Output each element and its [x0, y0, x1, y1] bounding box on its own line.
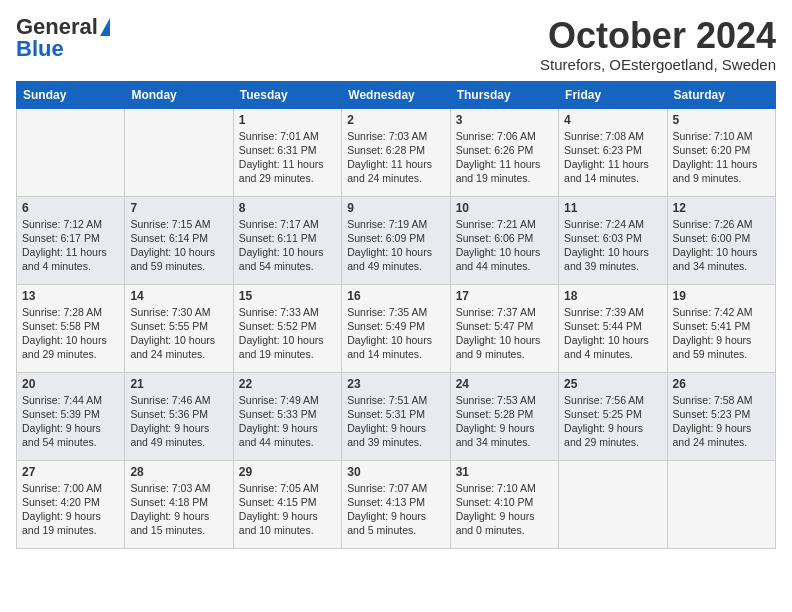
calendar-cell: 26Sunrise: 7:58 AMSunset: 5:23 PMDayligh… — [667, 372, 775, 460]
day-number: 27 — [22, 465, 119, 479]
calendar-cell — [17, 108, 125, 196]
calendar-week-row: 1Sunrise: 7:01 AMSunset: 6:31 PMDaylight… — [17, 108, 776, 196]
day-number: 30 — [347, 465, 444, 479]
calendar-cell: 19Sunrise: 7:42 AMSunset: 5:41 PMDayligh… — [667, 284, 775, 372]
cell-content: Sunrise: 7:07 AMSunset: 4:13 PMDaylight:… — [347, 481, 444, 538]
day-number: 8 — [239, 201, 336, 215]
calendar-cell: 2Sunrise: 7:03 AMSunset: 6:28 PMDaylight… — [342, 108, 450, 196]
calendar-cell: 14Sunrise: 7:30 AMSunset: 5:55 PMDayligh… — [125, 284, 233, 372]
day-number: 1 — [239, 113, 336, 127]
day-number: 26 — [673, 377, 770, 391]
calendar-body: 1Sunrise: 7:01 AMSunset: 6:31 PMDaylight… — [17, 108, 776, 548]
calendar-cell: 5Sunrise: 7:10 AMSunset: 6:20 PMDaylight… — [667, 108, 775, 196]
calendar-cell: 15Sunrise: 7:33 AMSunset: 5:52 PMDayligh… — [233, 284, 341, 372]
day-number: 12 — [673, 201, 770, 215]
calendar-cell: 30Sunrise: 7:07 AMSunset: 4:13 PMDayligh… — [342, 460, 450, 548]
cell-content: Sunrise: 7:00 AMSunset: 4:20 PMDaylight:… — [22, 481, 119, 538]
header-friday: Friday — [559, 81, 667, 108]
calendar-cell: 1Sunrise: 7:01 AMSunset: 6:31 PMDaylight… — [233, 108, 341, 196]
calendar-week-row: 13Sunrise: 7:28 AMSunset: 5:58 PMDayligh… — [17, 284, 776, 372]
day-number: 19 — [673, 289, 770, 303]
header-tuesday: Tuesday — [233, 81, 341, 108]
day-number: 29 — [239, 465, 336, 479]
header-monday: Monday — [125, 81, 233, 108]
day-number: 24 — [456, 377, 553, 391]
calendar-cell: 24Sunrise: 7:53 AMSunset: 5:28 PMDayligh… — [450, 372, 558, 460]
page-header: General Blue October 2024 Sturefors, OEs… — [16, 16, 776, 73]
day-number: 2 — [347, 113, 444, 127]
cell-content: Sunrise: 7:30 AMSunset: 5:55 PMDaylight:… — [130, 305, 227, 362]
logo-icon — [100, 18, 110, 36]
day-number: 15 — [239, 289, 336, 303]
cell-content: Sunrise: 7:08 AMSunset: 6:23 PMDaylight:… — [564, 129, 661, 186]
day-number: 13 — [22, 289, 119, 303]
cell-content: Sunrise: 7:01 AMSunset: 6:31 PMDaylight:… — [239, 129, 336, 186]
calendar-week-row: 27Sunrise: 7:00 AMSunset: 4:20 PMDayligh… — [17, 460, 776, 548]
cell-content: Sunrise: 7:24 AMSunset: 6:03 PMDaylight:… — [564, 217, 661, 274]
cell-content: Sunrise: 7:37 AMSunset: 5:47 PMDaylight:… — [456, 305, 553, 362]
location-title: Sturefors, OEstergoetland, Sweden — [540, 56, 776, 73]
cell-content: Sunrise: 7:12 AMSunset: 6:17 PMDaylight:… — [22, 217, 119, 274]
day-number: 7 — [130, 201, 227, 215]
calendar-cell: 21Sunrise: 7:46 AMSunset: 5:36 PMDayligh… — [125, 372, 233, 460]
calendar-cell: 16Sunrise: 7:35 AMSunset: 5:49 PMDayligh… — [342, 284, 450, 372]
day-number: 20 — [22, 377, 119, 391]
cell-content: Sunrise: 7:26 AMSunset: 6:00 PMDaylight:… — [673, 217, 770, 274]
day-number: 3 — [456, 113, 553, 127]
day-number: 23 — [347, 377, 444, 391]
calendar-cell — [125, 108, 233, 196]
logo: General Blue — [16, 16, 110, 60]
day-number: 11 — [564, 201, 661, 215]
cell-content: Sunrise: 7:42 AMSunset: 5:41 PMDaylight:… — [673, 305, 770, 362]
calendar-cell: 28Sunrise: 7:03 AMSunset: 4:18 PMDayligh… — [125, 460, 233, 548]
day-number: 22 — [239, 377, 336, 391]
cell-content: Sunrise: 7:28 AMSunset: 5:58 PMDaylight:… — [22, 305, 119, 362]
day-number: 10 — [456, 201, 553, 215]
cell-content: Sunrise: 7:56 AMSunset: 5:25 PMDaylight:… — [564, 393, 661, 450]
cell-content: Sunrise: 7:51 AMSunset: 5:31 PMDaylight:… — [347, 393, 444, 450]
calendar-table: Sunday Monday Tuesday Wednesday Thursday… — [16, 81, 776, 549]
day-number: 16 — [347, 289, 444, 303]
cell-content: Sunrise: 7:03 AMSunset: 6:28 PMDaylight:… — [347, 129, 444, 186]
calendar-cell: 13Sunrise: 7:28 AMSunset: 5:58 PMDayligh… — [17, 284, 125, 372]
cell-content: Sunrise: 7:03 AMSunset: 4:18 PMDaylight:… — [130, 481, 227, 538]
calendar-cell — [559, 460, 667, 548]
cell-content: Sunrise: 7:21 AMSunset: 6:06 PMDaylight:… — [456, 217, 553, 274]
calendar-cell: 20Sunrise: 7:44 AMSunset: 5:39 PMDayligh… — [17, 372, 125, 460]
day-number: 9 — [347, 201, 444, 215]
logo-general-text: General — [16, 16, 98, 38]
cell-content: Sunrise: 7:06 AMSunset: 6:26 PMDaylight:… — [456, 129, 553, 186]
cell-content: Sunrise: 7:05 AMSunset: 4:15 PMDaylight:… — [239, 481, 336, 538]
day-number: 6 — [22, 201, 119, 215]
calendar-cell: 9Sunrise: 7:19 AMSunset: 6:09 PMDaylight… — [342, 196, 450, 284]
calendar-cell: 31Sunrise: 7:10 AMSunset: 4:10 PMDayligh… — [450, 460, 558, 548]
calendar-header: Sunday Monday Tuesday Wednesday Thursday… — [17, 81, 776, 108]
title-block: October 2024 Sturefors, OEstergoetland, … — [540, 16, 776, 73]
cell-content: Sunrise: 7:46 AMSunset: 5:36 PMDaylight:… — [130, 393, 227, 450]
cell-content: Sunrise: 7:35 AMSunset: 5:49 PMDaylight:… — [347, 305, 444, 362]
header-wednesday: Wednesday — [342, 81, 450, 108]
calendar-cell: 11Sunrise: 7:24 AMSunset: 6:03 PMDayligh… — [559, 196, 667, 284]
calendar-week-row: 6Sunrise: 7:12 AMSunset: 6:17 PMDaylight… — [17, 196, 776, 284]
calendar-cell: 27Sunrise: 7:00 AMSunset: 4:20 PMDayligh… — [17, 460, 125, 548]
cell-content: Sunrise: 7:39 AMSunset: 5:44 PMDaylight:… — [564, 305, 661, 362]
day-number: 28 — [130, 465, 227, 479]
calendar-cell: 12Sunrise: 7:26 AMSunset: 6:00 PMDayligh… — [667, 196, 775, 284]
calendar-cell: 3Sunrise: 7:06 AMSunset: 6:26 PMDaylight… — [450, 108, 558, 196]
cell-content: Sunrise: 7:19 AMSunset: 6:09 PMDaylight:… — [347, 217, 444, 274]
calendar-cell: 17Sunrise: 7:37 AMSunset: 5:47 PMDayligh… — [450, 284, 558, 372]
cell-content: Sunrise: 7:10 AMSunset: 4:10 PMDaylight:… — [456, 481, 553, 538]
logo-blue-text: Blue — [16, 38, 64, 60]
day-number: 5 — [673, 113, 770, 127]
cell-content: Sunrise: 7:53 AMSunset: 5:28 PMDaylight:… — [456, 393, 553, 450]
calendar-cell: 4Sunrise: 7:08 AMSunset: 6:23 PMDaylight… — [559, 108, 667, 196]
day-number: 31 — [456, 465, 553, 479]
month-title: October 2024 — [540, 16, 776, 56]
cell-content: Sunrise: 7:10 AMSunset: 6:20 PMDaylight:… — [673, 129, 770, 186]
day-number: 25 — [564, 377, 661, 391]
header-thursday: Thursday — [450, 81, 558, 108]
calendar-cell: 8Sunrise: 7:17 AMSunset: 6:11 PMDaylight… — [233, 196, 341, 284]
day-number: 17 — [456, 289, 553, 303]
cell-content: Sunrise: 7:33 AMSunset: 5:52 PMDaylight:… — [239, 305, 336, 362]
calendar-cell: 22Sunrise: 7:49 AMSunset: 5:33 PMDayligh… — [233, 372, 341, 460]
